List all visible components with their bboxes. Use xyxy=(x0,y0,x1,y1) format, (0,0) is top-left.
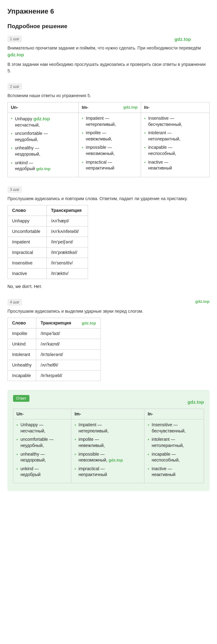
step-1-badge: 1 шаг xyxy=(7,36,22,42)
step-4-badge: 4 шаг xyxy=(7,299,22,306)
ans-col-im: Im- xyxy=(71,409,144,419)
list-item: Impatient — нетерпеливый, xyxy=(74,422,141,434)
step-2-text: Вспомним наши ответы из упражнения 5. xyxy=(7,92,210,99)
list-item: impractical — непрактичный xyxy=(74,466,141,478)
ans-col-in: In- xyxy=(144,409,204,419)
col-header-im: Im- gdz.top xyxy=(78,102,141,113)
trans-col-trans: Транскрипция xyxy=(46,205,88,216)
trans4-col-trans: Транскрипция gdz.top xyxy=(36,318,101,328)
table-row: Inactive/In'æktIv/ xyxy=(8,268,88,279)
step-1-text: Внимательно прочитаем задание и поймём, … xyxy=(7,45,210,58)
list-item: incapable — неспособный, xyxy=(144,144,206,157)
step-4-trans-table: Слово Транскрипция gdz.top Impolite/Impə… xyxy=(7,318,101,381)
table-row: Unhealthy/ʌn'helθI/ xyxy=(8,360,101,370)
table-row: Unhappy/ʌn'hæpI/ xyxy=(8,216,88,226)
list-item: incapable — неспособный, xyxy=(148,451,201,463)
list-item: unkind — недобрый xyxy=(16,466,68,478)
list-item: unhealthy — нездоровый, xyxy=(16,451,68,463)
page-title: Упражнение 6 xyxy=(7,6,210,16)
wm-step4: gdz.top xyxy=(195,298,210,305)
step-3-text: Прослушаем аудиозапись и повторим слова.… xyxy=(7,195,210,202)
col-header-un: Un- xyxy=(8,102,79,113)
table-row: Impatient/Im'peIʃənt/ xyxy=(8,237,88,247)
wm-unkind: gdz.top xyxy=(36,166,51,171)
trans-col-word: Слово xyxy=(8,205,47,216)
list-item: uncomfortable — неудобный, xyxy=(11,131,75,143)
list-item: intolerant — нетолерантный, xyxy=(144,130,206,142)
wm-step4b: gdz.top xyxy=(82,321,96,325)
table-row: Unhappy gdz.top несчастный, uncomfortabl… xyxy=(8,113,210,177)
table-row: Incapable/In'keɪpəbl/ xyxy=(8,370,101,381)
watermark-1: gdz.top xyxy=(175,36,191,43)
list-item: impossible — невозможный, gdz.top xyxy=(74,451,141,463)
wm-unhappy: gdz.top xyxy=(33,116,50,121)
step-3-trans-table: Слово Транскрипция Unhappy/ʌn'hæpI/Uncom… xyxy=(7,205,88,279)
list-item: Insensitive — бесчувственный, xyxy=(148,422,201,434)
table-row: Unhappy — несчастный, uncomfortable — не… xyxy=(13,419,204,483)
list-item: impolite — невежливый, xyxy=(82,130,138,142)
watermark-1b: gdz.top xyxy=(7,52,24,57)
step-1: 1 шаг gdz.top Внимательно прочитаем зада… xyxy=(7,35,210,75)
step-3: 3 шаг Прослушаем аудиозапись и повторим … xyxy=(7,186,210,290)
list-item: uncomfortable — неудобный, xyxy=(16,436,68,449)
list-item: Unhappy — несчастный, xyxy=(16,422,68,434)
watermark-2: gdz.top xyxy=(123,104,138,110)
step-4-text: Прослушаем аудиозапись и выделим ударные… xyxy=(7,308,210,315)
list-item: unkind — недобрый gdz.top xyxy=(11,160,75,172)
list-item: intolerant — нетолерантный, xyxy=(148,436,201,449)
step-2: 2 шаг Вспомним наши ответы из упражнения… xyxy=(7,83,210,177)
list-item: Impatient — нетерпеливый, xyxy=(82,115,138,127)
wm-ans-mid: gdz.top xyxy=(108,458,123,462)
table-row: Unkind/ʌn'kaɪnd/ xyxy=(8,339,101,349)
wm-answer: gdz.top xyxy=(188,399,204,405)
list-item: Unhappy gdz.top несчастный, xyxy=(11,115,75,128)
ans-col-un: Un- xyxy=(13,409,71,419)
step-3-conclusion: No, we don't. Нет. xyxy=(7,283,210,290)
answer-table: Un- Im- In- Unhappy — несчастный, xyxy=(13,409,204,483)
list-item: impolite — невежливый, xyxy=(74,436,141,449)
step-4: 4 шаг gdz.top Прослушаем аудиозапись и в… xyxy=(7,298,210,381)
step-2-table: Un- Im- gdz.top In- Unhappy gd xyxy=(7,102,210,177)
table-row: Impolite/Impə'laɪt/ xyxy=(8,328,101,339)
table-row: Uncomfortable/ʌn'kʌmfətəbl/ xyxy=(8,226,88,237)
list-item: inactive — неактивный xyxy=(144,159,206,171)
list-item: Insensitive — бесчувственный, xyxy=(144,115,206,127)
step-2-badge: 2 шаг xyxy=(7,83,22,90)
trans4-col-word: Слово xyxy=(8,318,36,328)
answer-badge: Ответ xyxy=(13,395,29,402)
step-1-subtext: В этом задании нам необходимо прослушать… xyxy=(7,61,210,74)
answer-section: Ответ gdz.top Un- Im- In- Unhappy — несч… xyxy=(7,390,210,491)
step-3-badge: 3 шаг xyxy=(7,186,22,193)
col-header-in: In- xyxy=(141,102,210,113)
table-row: Intolerant/In'tɒlərənt/ xyxy=(8,349,101,360)
list-item: inactive — неактивный xyxy=(148,466,201,478)
list-item: unhealthy — нездоровый, xyxy=(11,145,75,157)
list-item: impossible — невозможный, xyxy=(82,144,138,157)
list-item: impractical — непрактичный xyxy=(82,159,138,171)
page-subtitle: Подробное решение xyxy=(7,22,210,31)
table-row: Insensitive/In'sensItIv/ xyxy=(8,258,88,268)
table-row: Impractical/Im'præktIkəl/ xyxy=(8,247,88,258)
